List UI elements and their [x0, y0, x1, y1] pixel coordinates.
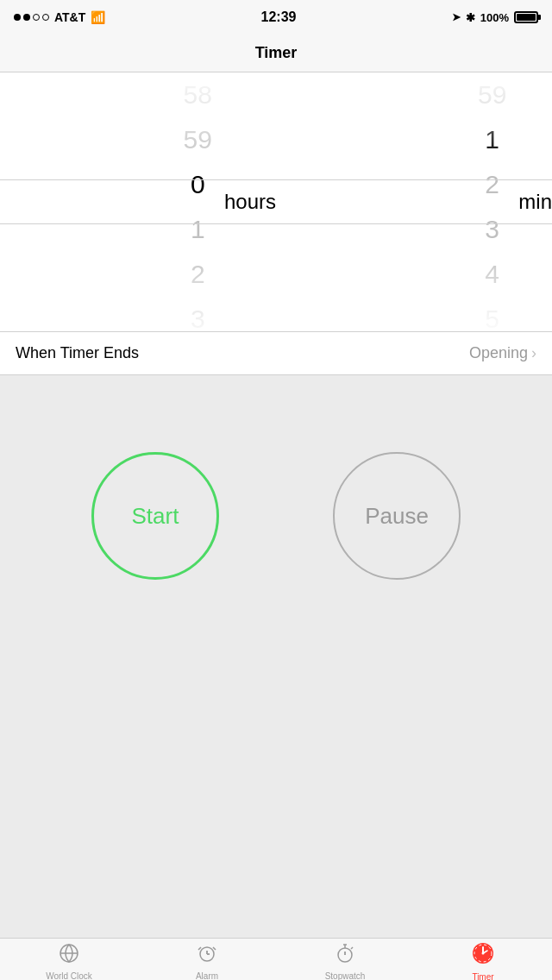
alarm-tab-label: Alarm — [196, 971, 218, 980]
hours-item-0: 0 — [184, 162, 212, 207]
start-label: Start — [132, 503, 179, 530]
pause-button[interactable]: Pause — [333, 452, 461, 580]
page-title: Timer — [255, 44, 298, 62]
timer-ends-value-text: Opening — [469, 344, 528, 362]
nav-title-bar: Timer — [0, 35, 552, 72]
timer-ends-row[interactable]: When Timer Ends Opening › — [0, 332, 552, 375]
pause-label: Pause — [365, 503, 429, 530]
status-time: 12:39 — [261, 9, 297, 25]
carrier-label: AT&T — [54, 10, 85, 24]
battery-icon — [514, 11, 538, 23]
time-picker[interactable]: 58 59 0 1 2 3 hours 59 1 — [0, 72, 552, 332]
stopwatch-tab-label: Stopwatch — [325, 971, 366, 980]
tab-bar: World Clock Alarm Stopwatch — [0, 938, 552, 980]
signal-dot-2 — [23, 14, 30, 21]
tab-stopwatch[interactable]: Stopwatch — [276, 939, 414, 980]
battery-fill — [517, 14, 536, 21]
hours-label: hours — [224, 190, 276, 214]
globe-icon — [59, 943, 79, 969]
hours-picker-section[interactable]: 58 59 0 1 2 3 hours — [0, 72, 276, 331]
tab-timer[interactable]: Timer — [414, 939, 552, 980]
status-bar: AT&T 📶 12:39 ➤ ✱ 100% — [0, 0, 552, 35]
minutes-label-column: min — [515, 72, 552, 331]
timer-buttons-area: Start Pause — [0, 375, 552, 656]
chevron-right-icon: › — [531, 344, 536, 362]
hours-item-2: 2 — [184, 252, 212, 297]
timer-ends-value: Opening › — [469, 344, 536, 362]
tab-world-clock[interactable]: World Clock — [0, 939, 138, 980]
alarm-icon — [197, 943, 217, 969]
timer-ends-label: When Timer Ends — [16, 344, 139, 362]
svg-line-9 — [351, 947, 353, 949]
minutes-item-4: 4 — [478, 252, 506, 297]
filler — [0, 656, 552, 938]
timer-tab-label: Timer — [472, 972, 493, 980]
hours-label-column: hours — [221, 72, 276, 331]
minutes-number-column[interactable]: 59 1 2 3 4 5 — [276, 72, 515, 331]
start-button[interactable]: Start — [91, 452, 219, 580]
main-content: Timer 58 59 0 1 2 3 — [0, 35, 552, 938]
minutes-item-59: 59 — [478, 72, 506, 117]
signal-dot-1 — [14, 14, 21, 21]
svg-point-11 — [482, 952, 485, 955]
signal-dot-3 — [33, 14, 40, 21]
hours-item-1: 1 — [184, 207, 212, 252]
minutes-items: 59 1 2 3 4 5 — [478, 72, 506, 331]
tab-alarm[interactable]: Alarm — [138, 939, 276, 980]
minutes-item-1: 1 — [478, 117, 506, 162]
timer-icon — [472, 942, 494, 970]
world-clock-tab-label: World Clock — [46, 971, 92, 980]
minutes-label: min — [518, 190, 552, 214]
hours-items: 58 59 0 1 2 3 — [184, 72, 212, 331]
minutes-picker-section[interactable]: 59 1 2 3 4 5 min — [276, 72, 552, 331]
hours-item-59: 59 — [184, 117, 212, 162]
signal-dot-4 — [42, 14, 49, 21]
location-icon: ➤ — [452, 11, 461, 23]
bluetooth-icon: ✱ — [466, 11, 475, 24]
stopwatch-icon — [335, 943, 355, 969]
hours-item-3: 3 — [184, 297, 212, 331]
wifi-icon: 📶 — [91, 10, 105, 24]
signal-dots — [14, 14, 49, 21]
status-right: ➤ ✱ 100% — [452, 11, 538, 24]
minutes-item-2: 2 — [478, 162, 506, 207]
status-left: AT&T 📶 — [14, 10, 105, 24]
hours-number-column[interactable]: 58 59 0 1 2 3 — [0, 72, 221, 331]
battery-percent: 100% — [480, 11, 509, 24]
minutes-item-5: 5 — [478, 297, 506, 331]
hours-item-58: 58 — [184, 72, 212, 117]
picker-scroll[interactable]: 58 59 0 1 2 3 hours 59 1 — [0, 72, 552, 331]
minutes-item-3: 3 — [478, 207, 506, 252]
